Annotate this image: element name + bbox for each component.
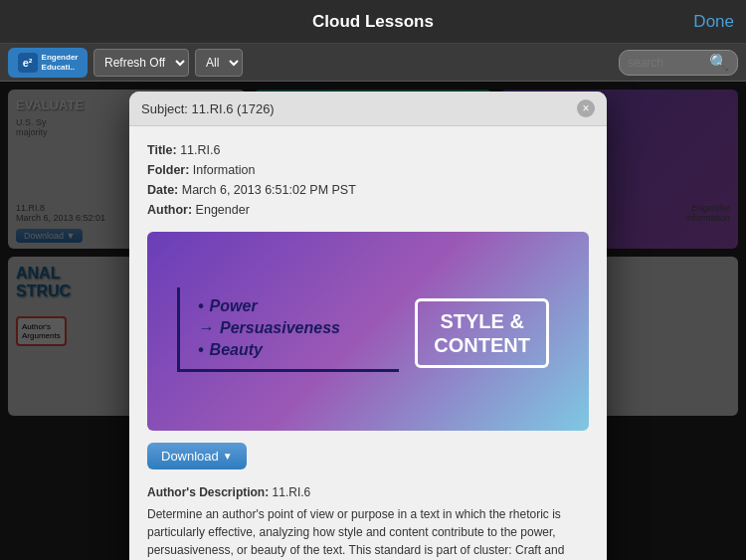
download-label: Download: [161, 449, 219, 464]
meta-folder-label: Folder:: [147, 163, 189, 177]
description-section: Author's Description: 11.RI.6 Determine …: [147, 483, 589, 560]
bullet-area: Power Persuasiveness Beauty: [167, 287, 399, 376]
modal-close-button[interactable]: ×: [577, 99, 595, 117]
meta-date-line: Date: March 6, 2013 6:51:02 PM PST: [147, 180, 589, 200]
meta-author-value: Engender: [196, 203, 250, 217]
logo-icon: e²: [18, 53, 38, 73]
style-content-box: STYLE & CONTENT: [415, 298, 549, 368]
download-button[interactable]: Download ▼: [147, 443, 247, 469]
style-box-line2: CONTENT: [434, 334, 530, 356]
bullet-persuasiveness: Persuasiveness: [198, 319, 399, 337]
toolbar: e² EngenderEducati.. Refresh Off All 🔍: [0, 44, 746, 82]
meta-folder-line: Folder: Information: [147, 160, 589, 180]
logo: e² EngenderEducati..: [8, 48, 88, 78]
bullet-power: Power: [198, 297, 399, 315]
done-button[interactable]: Done: [693, 12, 734, 32]
meta-section: Title: 11.RI.6 Folder: Information Date:…: [147, 140, 589, 220]
meta-title-line: Title: 11.RI.6: [147, 140, 589, 160]
main-content: EVALUATE U.S. Symajority 11.RI.8March 6,…: [0, 82, 746, 560]
description-label: Author's Description:: [147, 485, 269, 499]
search-icon: 🔍: [709, 53, 729, 72]
description-header: Author's Description: 11.RI.6: [147, 483, 589, 501]
meta-author-label: Author:: [147, 203, 192, 217]
description-title: 11.RI.6: [273, 485, 311, 499]
meta-date-label: Date:: [147, 183, 178, 197]
lesson-image-content: Power Persuasiveness Beauty STYLE & CONT…: [147, 268, 589, 396]
top-nav-bar: Cloud Lessons Done: [0, 0, 746, 44]
meta-date-value: March 6, 2013 6:51:02 PM PST: [182, 183, 356, 197]
search-input[interactable]: [628, 56, 705, 70]
download-arrow-icon: ▼: [223, 451, 233, 462]
modal-header: Subject: 11.RI.6 (1726) ×: [129, 92, 607, 126]
search-box[interactable]: 🔍: [619, 50, 738, 76]
logo-text: EngenderEducati..: [42, 53, 79, 72]
modal-title: Subject: 11.RI.6 (1726): [141, 101, 275, 116]
meta-author-line: Author: Engender: [147, 200, 589, 220]
modal-dialog: Subject: 11.RI.6 (1726) × Title: 11.RI.6…: [129, 92, 607, 560]
meta-folder-value: Information: [193, 163, 256, 177]
description-body: Determine an author's point of view or p…: [147, 505, 589, 560]
bullet-beauty: Beauty: [198, 341, 399, 359]
meta-title-label: Title:: [147, 143, 177, 157]
bullet-list: Power Persuasiveness Beauty: [188, 297, 399, 359]
lesson-image: Power Persuasiveness Beauty STYLE & CONT…: [147, 232, 589, 431]
app-title: Cloud Lessons: [312, 12, 434, 32]
style-box-line1: STYLE &: [440, 310, 523, 332]
refresh-select[interactable]: Refresh Off: [93, 49, 189, 77]
all-select[interactable]: All: [195, 49, 243, 77]
modal-body: Title: 11.RI.6 Folder: Information Date:…: [129, 126, 607, 560]
meta-title-value: 11.RI.6: [180, 143, 220, 157]
